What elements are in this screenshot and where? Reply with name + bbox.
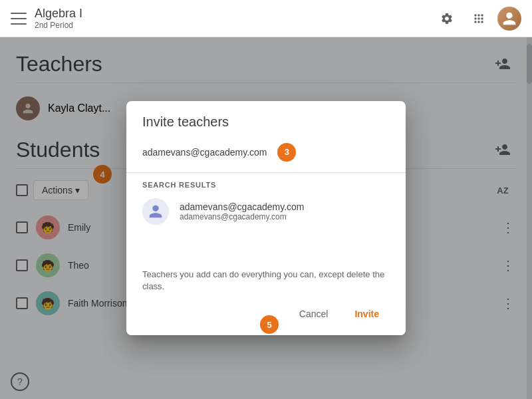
dialog-note: Teachers you add can do everything you c…: [142, 269, 390, 293]
app-subtitle: 2nd Period: [35, 21, 82, 30]
result-avatar: [142, 198, 169, 225]
dialog-footer: Teachers you add can do everything you c…: [126, 258, 406, 335]
topbar: Algebra I 2nd Period: [0, 0, 532, 37]
topbar-right: [434, 5, 521, 32]
app-title: Algebra I: [35, 7, 82, 21]
dialog-title: Invite teachers: [126, 101, 406, 138]
topbar-left: Algebra I 2nd Period: [11, 7, 82, 30]
user-avatar[interactable]: [497, 7, 521, 31]
email-chip: adamevans@cgacademy.com: [142, 147, 267, 158]
search-result-item[interactable]: adamevans@cgacademy.com adamevans@cgacad…: [126, 192, 406, 231]
step-5-badge: 5: [260, 315, 279, 334]
topbar-title: Algebra I 2nd Period: [35, 7, 82, 30]
hamburger-menu[interactable]: [11, 13, 27, 25]
step-3-badge: 3: [277, 143, 296, 162]
result-email: adamevans@cgacademy.com: [180, 212, 304, 221]
result-info: adamevans@cgacademy.com adamevans@cgacad…: [180, 201, 304, 221]
dialog-overlay: Invite teachers adamevans@cgacademy.com …: [0, 37, 532, 399]
result-display-name: adamevans@cgacademy.com: [180, 201, 304, 212]
apps-button[interactable]: [466, 5, 492, 32]
avatar-image: [497, 7, 521, 31]
dialog-actions: Cancel Invite 5: [142, 303, 390, 325]
search-results-label: SEARCH RESULTS: [126, 173, 406, 192]
invite-button[interactable]: Invite: [344, 303, 390, 325]
invite-teachers-dialog: Invite teachers adamevans@cgacademy.com …: [126, 101, 406, 335]
dialog-search-area: adamevans@cgacademy.com 3: [126, 138, 406, 173]
cancel-button[interactable]: Cancel: [289, 303, 339, 325]
email-value: adamevans@cgacademy.com: [142, 147, 267, 158]
search-chip-area: adamevans@cgacademy.com 3: [142, 138, 390, 167]
settings-button[interactable]: [434, 5, 460, 32]
main-content: Teachers Kayla Clayt... Students: [0, 37, 532, 399]
